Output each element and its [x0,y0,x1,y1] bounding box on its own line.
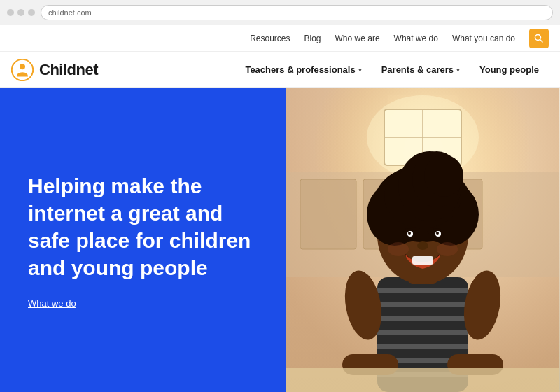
svg-line-1 [540,39,543,42]
svg-point-2 [12,59,33,80]
main-navigation: Childnet Teachers & professionals ▾ Pare… [0,52,560,88]
svg-rect-46 [286,368,559,392]
svg-point-39 [436,232,439,234]
nav-link-what-you-can-do[interactable]: What you can do [452,34,515,43]
site-content: Resources Blog Who we are What we do Wha… [0,25,560,392]
top-navigation: Resources Blog Who we are What we do Wha… [0,25,560,52]
logo-text: Childnet [39,61,98,79]
search-button[interactable] [529,29,549,48]
browser-dot-3 [28,9,35,16]
nav-item-parents[interactable]: Parents & carers ▾ [372,52,470,88]
teachers-chevron-icon: ▾ [358,66,362,74]
nav-link-blog[interactable]: Blog [304,34,321,43]
logo[interactable]: Childnet [11,59,98,81]
hero-section: Helping make the internet a great and sa… [0,88,560,392]
svg-rect-20 [377,344,468,349]
address-bar[interactable]: childnet.com [41,5,553,20]
browser-dot-2 [18,9,24,16]
svg-point-40 [417,241,428,250]
hero-headline: Helping make the internet a great and sa… [28,172,258,281]
url-text: childnet.com [48,8,92,17]
nav-link-resources[interactable]: Resources [250,34,290,43]
nav-item-young-people[interactable]: Young people [470,52,549,88]
hero-image-panel [286,88,560,392]
svg-point-43 [437,242,458,256]
hero-cta-link[interactable]: What we do [28,298,76,309]
child-image-svg [286,88,560,392]
hero-left-panel: Helping make the internet a great and sa… [0,88,286,392]
svg-rect-17 [377,302,468,307]
main-nav-links: Teachers & professionals ▾ Parents & car… [235,52,549,88]
logo-icon [11,59,34,81]
svg-rect-19 [377,330,468,335]
svg-point-38 [408,232,411,234]
nav-link-what-we-do[interactable]: What we do [394,34,438,43]
browser-window-controls [7,9,35,16]
search-icon [534,34,544,43]
nav-link-who-we-are[interactable]: Who we are [335,34,380,43]
svg-point-33 [424,155,463,197]
browser-dot-1 [7,9,14,16]
hero-image [286,88,560,392]
parents-chevron-icon: ▾ [456,66,460,74]
svg-rect-7 [300,179,356,249]
svg-rect-18 [377,316,468,321]
browser-chrome: childnet.com [0,0,560,25]
nav-item-teachers[interactable]: Teachers & professionals ▾ [235,52,371,88]
svg-point-3 [20,64,25,69]
svg-point-42 [388,242,409,256]
svg-rect-16 [377,288,468,293]
svg-rect-41 [412,256,433,265]
